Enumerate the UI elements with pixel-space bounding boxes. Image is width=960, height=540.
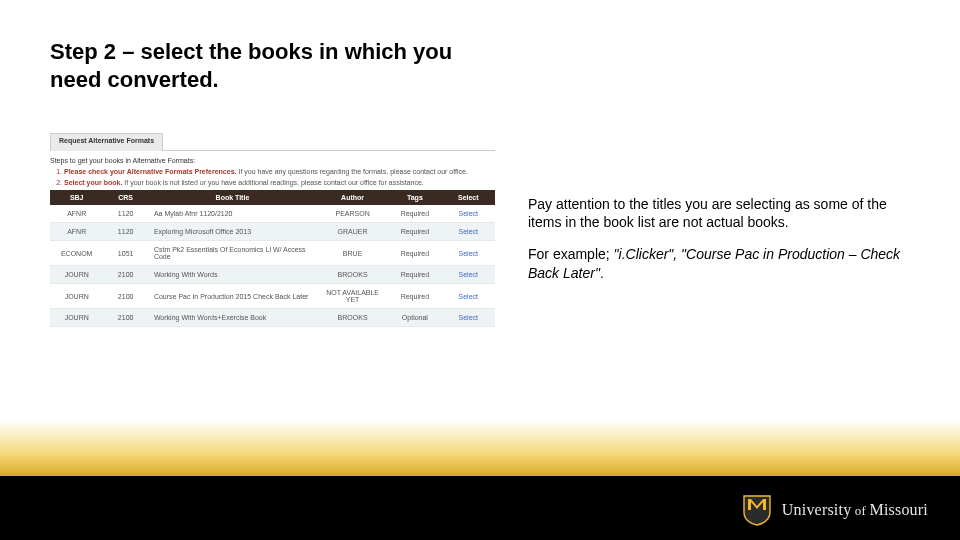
- intro-text: Steps to get your books in Alternative F…: [50, 157, 495, 164]
- select-link[interactable]: Select: [459, 210, 478, 217]
- tab-request-alt-formats[interactable]: Request Alternative Formats: [50, 133, 163, 151]
- university-name: University of Missouri: [782, 501, 928, 519]
- books-table: SBJ CRS Book Title Author Tags Select AF…: [50, 190, 495, 327]
- step-2-text: If your book is not listed or you have a…: [122, 179, 423, 186]
- cell-title: Cstm Pk2 Essentials Of Economics Ll W/ A…: [148, 241, 317, 266]
- cell-crs: 2100: [103, 309, 148, 327]
- col-sbj: SBJ: [50, 190, 103, 205]
- table-row: JOURN 2100 Course Pac In Production 2015…: [50, 284, 495, 309]
- cell-sbj: AFNR: [50, 223, 103, 241]
- cell-sbj: AFNR: [50, 205, 103, 223]
- cell-select: Select: [442, 205, 495, 223]
- select-link[interactable]: Select: [459, 250, 478, 257]
- cell-title: Exploring Microsoft Office 2013: [148, 223, 317, 241]
- table-row: AFNR 1120 Exploring Microsoft Office 201…: [50, 223, 495, 241]
- cell-crs: 2100: [103, 266, 148, 284]
- cell-sbj: ECONOM: [50, 241, 103, 266]
- table-row: AFNR 1120 Aa Mylab Afnr 1120/2120 PEARSO…: [50, 205, 495, 223]
- step-1: Please check your Alternative Formats Pr…: [64, 168, 495, 175]
- col-title: Book Title: [148, 190, 317, 205]
- svg-rect-0: [748, 499, 751, 510]
- cell-title: Working With Words+Exercise Book: [148, 309, 317, 327]
- table-header-row: SBJ CRS Book Title Author Tags Select: [50, 190, 495, 205]
- cell-select: Select: [442, 266, 495, 284]
- col-author: Author: [317, 190, 388, 205]
- cell-crs: 1120: [103, 223, 148, 241]
- steps-list: Please check your Alternative Formats Pr…: [64, 168, 495, 186]
- table-row: JOURN 2100 Working With Words BROOKS Req…: [50, 266, 495, 284]
- cell-crs: 1051: [103, 241, 148, 266]
- svg-rect-1: [763, 499, 766, 510]
- select-link[interactable]: Select: [459, 271, 478, 278]
- alt-formats-panel: Request Alternative Formats Steps to get…: [50, 133, 495, 401]
- cell-tags: Optional: [388, 309, 441, 327]
- col-select: Select: [442, 190, 495, 205]
- cell-title: Course Pac In Production 2015 Check Back…: [148, 284, 317, 309]
- cell-author: PEARSON: [317, 205, 388, 223]
- cell-author: BROOKS: [317, 309, 388, 327]
- right-guidance: Pay attention to the titles you are sele…: [528, 195, 908, 296]
- cell-author: BRUE: [317, 241, 388, 266]
- cell-title: Aa Mylab Afnr 1120/2120: [148, 205, 317, 223]
- footer-bar: University of Missouri: [0, 476, 960, 540]
- cell-crs: 2100: [103, 284, 148, 309]
- gold-gradient-band: [0, 420, 960, 476]
- tab-row: Request Alternative Formats: [50, 133, 495, 151]
- cell-tags: Required: [388, 266, 441, 284]
- guidance-p1: Pay attention to the titles you are sele…: [528, 195, 908, 231]
- cell-select: Select: [442, 284, 495, 309]
- cell-author: BROOKS: [317, 266, 388, 284]
- col-crs: CRS: [103, 190, 148, 205]
- cell-author-na: NOT AVAILABLEYET: [317, 284, 388, 309]
- cell-crs: 1120: [103, 205, 148, 223]
- col-tags: Tags: [388, 190, 441, 205]
- step-2: Select your book. If your book is not li…: [64, 179, 495, 186]
- step-1-label: Please check your Alternative Formats Pr…: [64, 168, 237, 175]
- cell-tags: Required: [388, 205, 441, 223]
- select-link[interactable]: Select: [459, 228, 478, 235]
- university-logo: University of Missouri: [742, 494, 928, 526]
- step-1-text: If you have any questions regarding the …: [237, 168, 468, 175]
- cell-select: Select: [442, 223, 495, 241]
- cell-title: Working With Words: [148, 266, 317, 284]
- cell-tags: Required: [388, 241, 441, 266]
- guidance-p2: For example; "i.Clicker", "Course Pac in…: [528, 245, 908, 281]
- cell-select: Select: [442, 309, 495, 327]
- select-link[interactable]: Select: [459, 293, 478, 300]
- table-row: ECONOM 1051 Cstm Pk2 Essentials Of Econo…: [50, 241, 495, 266]
- slide-title: Step 2 – select the books in which you n…: [50, 38, 490, 93]
- cell-select: Select: [442, 241, 495, 266]
- cell-author: GRAUER: [317, 223, 388, 241]
- cell-tags: Required: [388, 223, 441, 241]
- step-2-label: Select your book.: [64, 179, 122, 186]
- select-link[interactable]: Select: [459, 314, 478, 321]
- mu-shield-icon: [742, 494, 772, 526]
- cell-sbj: JOURN: [50, 284, 103, 309]
- table-row: JOURN 2100 Working With Words+Exercise B…: [50, 309, 495, 327]
- cell-sbj: JOURN: [50, 266, 103, 284]
- cell-sbj: JOURN: [50, 309, 103, 327]
- cell-tags: Required: [388, 284, 441, 309]
